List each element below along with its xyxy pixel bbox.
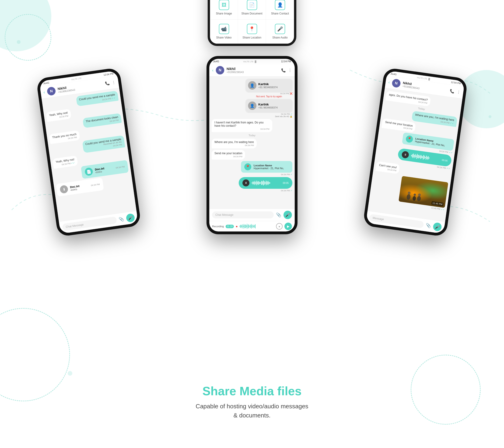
audio-bubble-out: ⏸ [239, 177, 292, 192]
share-document-label: Share Document [241, 12, 262, 15]
message-text: I haven't met Karthik from ages. Do you … [215, 121, 270, 127]
message-bubble: Can't see you! 04:34 PM [376, 161, 400, 174]
waveform-bar [256, 180, 257, 185]
back-icon-center[interactable]: ‹ [212, 68, 214, 73]
contact-card-info-ok: Karthik +91 9834658374 [258, 103, 278, 109]
share-location-button[interactable]: 📍 Share Location [238, 19, 266, 44]
menu-icon-right[interactable]: ⋮ [456, 90, 461, 94]
stop-recording-button[interactable]: ■ [276, 223, 283, 230]
waveform-bar [259, 182, 260, 184]
waveform-bar [253, 181, 253, 185]
call-icon-left[interactable]: 📞 [105, 81, 110, 86]
waveform-bar [264, 181, 265, 185]
share-video-button[interactable]: 📹 Share Video [210, 19, 238, 44]
pause-button[interactable]: ⏸ [242, 179, 250, 186]
share-location-icon: 📍 [247, 24, 257, 34]
center-phone-chat-header: ‹ N Nikhil +91996236543 📞 ⋮ [209, 64, 295, 76]
rec-bar [251, 224, 252, 229]
waveform-bar [262, 181, 263, 185]
message-time: 04:34 PM ✓ [241, 173, 292, 176]
volte-badge-left: VoLTE LTE [71, 77, 82, 81]
rec-bar [241, 225, 242, 228]
left-phone-chat-body: Could you send me a sample 04:34 PM ✓✓ Y… [41, 88, 137, 222]
center-phone-status-bar: Jio4G VoLTE LTE ▐▌ 12:04 PM [209, 59, 295, 64]
menu-icon-left[interactable]: ⋮ [111, 80, 116, 85]
page-description: Capable of hosting video/audio messages&… [159, 402, 345, 420]
rec-bar [255, 224, 255, 228]
contact-card-ok: 👤 Karthik +91 9834658374 [246, 99, 292, 112]
avatar-center: N [216, 66, 224, 74]
time-left: 12:04 PM [103, 72, 114, 76]
message-time: 04:34 PM [215, 144, 254, 146]
message-time: 04:34 PM [115, 165, 125, 169]
share-document-button[interactable]: 📄 Share Document [238, 0, 266, 19]
back-icon-right[interactable]: ‹ [388, 80, 390, 85]
recording-bar: Recording 01:20 ● [209, 221, 295, 232]
back-icon-left[interactable]: ‹ [43, 90, 45, 95]
mic-button-center[interactable]: 🎤 [284, 211, 292, 219]
waveform-bar [266, 180, 267, 185]
waveform-bar [270, 182, 270, 184]
recording-waveform [240, 224, 274, 229]
recording-dot: ● [236, 224, 237, 228]
waveform-bar [265, 182, 266, 184]
rec-bar [247, 224, 247, 229]
attach-icon-center[interactable]: 📎 [276, 212, 281, 217]
chat-input-center[interactable]: Chat Message [212, 211, 274, 218]
rec-bar [245, 225, 245, 228]
carrier-right: Jio4G [390, 72, 397, 76]
contact-card-bubble-fail: 👤 Karthik +91 9834658374 04:34 PM ❌ Not … [246, 79, 292, 98]
carrier-left: Jio4G [43, 81, 49, 85]
share-contact-icon: 👤 [275, 0, 285, 10]
share-location-label: Share Location [242, 36, 261, 39]
left-phone: Jio4G VoLTE LTE 12:04 PM ‹ N Nikhil +919… [36, 67, 141, 237]
contact-card-header-ok: 👤 Karthik +91 9834658374 [246, 99, 292, 112]
contact-card-number: +91 9834658374 [258, 86, 278, 89]
volte-badge-right: VoLTE LTE ▐▌ [417, 76, 431, 80]
share-document-icon: 📄 [247, 0, 257, 10]
rec-bar [243, 225, 243, 227]
menu-icon-center[interactable]: ⋮ [288, 68, 292, 72]
page-title: Share Media files [159, 384, 345, 398]
share-audio-label: Share Audio [272, 36, 288, 39]
mic-button-left[interactable]: 🎤 [126, 213, 135, 223]
contact-card-info: Karthik +91 9834658374 [258, 82, 278, 89]
audio-duration: 00:05 [283, 182, 289, 184]
not-sent-label: Not sent. Tap to try again [246, 95, 292, 98]
waveform-bar [424, 156, 425, 159]
msg-row: ⏸ [212, 177, 292, 192]
waveform-bar [411, 155, 412, 156]
share-image-button[interactable]: 🖼 Share Image [210, 0, 238, 19]
rec-bar [254, 225, 255, 228]
description-text: Capable of hosting video/audio messages&… [196, 403, 308, 419]
right-phone-chat-body: ages. Do you have his contact? 04:34 PM … [367, 88, 463, 222]
contact-card-header: 👤 Karthik +91 9834658374 [246, 79, 292, 92]
share-contact-button[interactable]: 👤 Share Contact [266, 0, 294, 19]
rec-bar [253, 224, 253, 228]
location-info-right: Location Name Hypermarket · 21, Plot No, [415, 137, 446, 147]
call-icon-right[interactable]: 📞 [450, 89, 455, 94]
attach-icon-right[interactable]: 📎 [425, 223, 431, 228]
contact-card-name: Karthik [258, 82, 278, 86]
svg-point-8 [418, 193, 421, 197]
message-bubble: Where are you, I'm waiting here 04:34 PM [212, 139, 257, 148]
location-pin-right: 📍 [406, 135, 414, 143]
call-icon-center[interactable]: 📞 [281, 68, 286, 72]
pause-button-right[interactable]: ⏸ [401, 151, 409, 159]
sent-via-label: Sent via Jio 4G 🔒 [246, 115, 292, 118]
share-image-label: Share Image [216, 12, 232, 15]
volte-badge-center: VoLTE LTE ▐▌ [243, 60, 257, 63]
share-audio-button[interactable]: 🎤 Share Audio [266, 19, 294, 44]
svg-point-7 [417, 196, 421, 201]
waveform-bar [254, 181, 255, 185]
share-audio-icon: 🎤 [275, 24, 285, 34]
video-bubble-out: 11:45 PM 11:45 PM ✓✓ [398, 176, 448, 211]
attach-icon-left[interactable]: 📎 [119, 216, 124, 222]
send-recording-button[interactable]: ▶ [285, 223, 292, 230]
rec-bar [240, 225, 241, 228]
message-text: Where are you, I'm waiting here [215, 141, 254, 144]
bg-decoration-5 [411, 355, 481, 425]
msg-row: 📍 Location Name Hypermarket · 21, Plot N… [212, 161, 292, 176]
location-info: Location Name Hypermarket · 21, Plot No, [254, 164, 284, 170]
mic-button-right[interactable]: 🎤 [432, 222, 442, 232]
